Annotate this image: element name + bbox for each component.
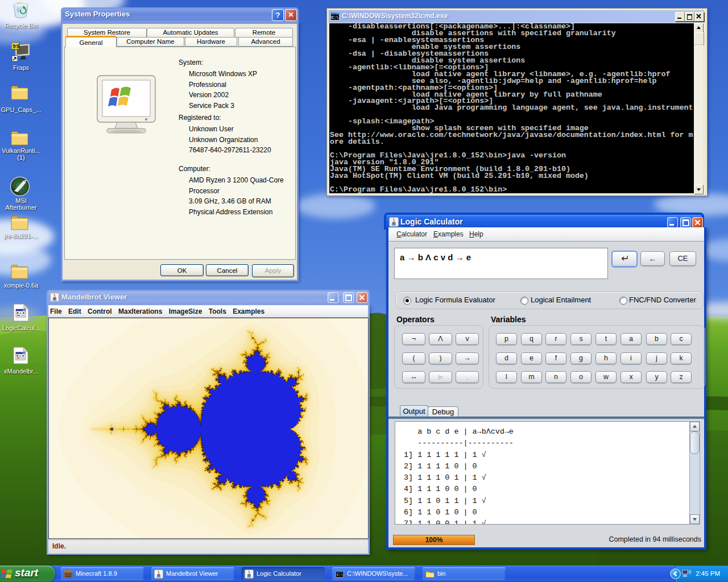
svg-text:C:\: C:\ (337, 573, 343, 577)
svg-text:99: 99 (13, 43, 20, 50)
svg-text:C:\: C:\ (332, 15, 339, 20)
